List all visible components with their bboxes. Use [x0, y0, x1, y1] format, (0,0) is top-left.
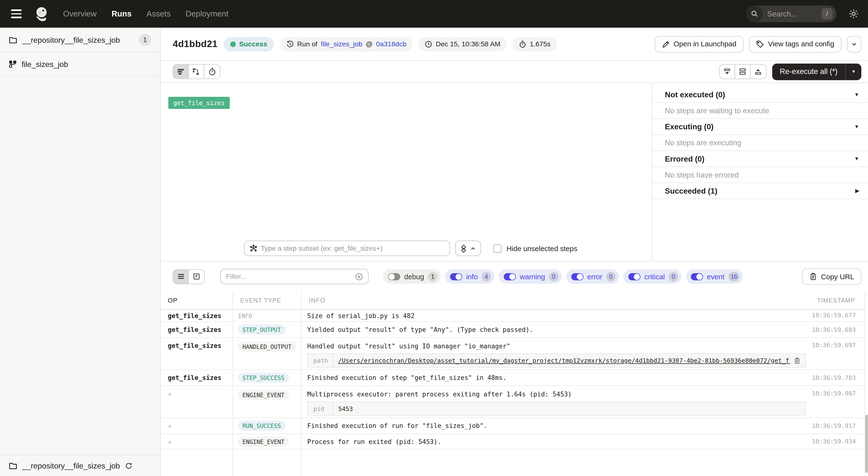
- log-message: Yielded output "result" of type "Any". (…: [307, 326, 533, 334]
- nav-item-overview[interactable]: Overview: [63, 9, 97, 18]
- log-timestamp: 10:36:59.934: [813, 434, 865, 449]
- log-message: Handled output "result" using IO manager…: [307, 342, 510, 350]
- commit-link[interactable]: 0a318dcb: [376, 40, 406, 48]
- panel-split-icon: [738, 67, 747, 76]
- log-filter-field: [220, 269, 369, 284]
- nav-item-assets[interactable]: Assets: [147, 9, 170, 18]
- collapse-bottom-panel-button[interactable]: [719, 65, 735, 79]
- sidebar-item-job[interactable]: file_sizes_job: [0, 53, 160, 76]
- hide-unselected-checkbox[interactable]: [493, 244, 501, 252]
- log-row[interactable]: - RUN_SUCCESS Finished execution of run …: [160, 418, 865, 434]
- nav-item-deployment[interactable]: Deployment: [186, 9, 228, 18]
- timer-icon: [208, 67, 216, 76]
- log-list-view-button[interactable]: [173, 270, 189, 283]
- gantt-flat-icon: [177, 67, 185, 76]
- toggle-switch: [388, 273, 400, 280]
- gantt-canvas[interactable]: get_file_sizes: [160, 83, 652, 236]
- gear-icon[interactable]: [848, 8, 859, 20]
- level-toggle-info[interactable]: info 4: [445, 269, 494, 283]
- log-row[interactable]: get_file_sizes INFO Size of serial_job.p…: [160, 310, 865, 322]
- job-link[interactable]: file_sizes_job: [321, 40, 362, 48]
- output-path-link[interactable]: /Users/erincochran/Desktop/asset_tutoria…: [338, 357, 790, 364]
- log-message: Size of serial_job.py is 482: [307, 311, 414, 319]
- run-toolbar: Re-execute all (*) ▼: [160, 61, 868, 83]
- level-toggle-critical[interactable]: critical 0: [623, 269, 681, 283]
- log-meta-pid: pid 5453: [307, 402, 806, 416]
- split-panels-button[interactable]: [735, 65, 750, 79]
- search-input[interactable]: [767, 10, 816, 18]
- log-meta-path: path /Users/erincochran/Desktop/asset_tu…: [307, 353, 806, 368]
- timing-view-button[interactable]: [204, 65, 220, 79]
- log-message: Process for run exited (pid: 5453).: [307, 438, 441, 445]
- gantt-view-segmented: [173, 64, 220, 79]
- log-row[interactable]: get_file_sizes STEP_SUCCESS Finished exe…: [160, 370, 865, 386]
- folder-icon: [9, 462, 17, 470]
- section-not-executed-body: No steps are waiting to execute: [652, 103, 868, 119]
- copy-url-button[interactable]: Copy URL: [802, 268, 862, 284]
- section-errored[interactable]: Errored (0) ▼: [652, 151, 868, 167]
- reexecute-options-button[interactable]: ▼: [846, 69, 862, 74]
- op-selector-button[interactable]: [455, 240, 481, 256]
- log-table-empty-space: [160, 449, 865, 476]
- log-scrollbar-track[interactable]: [865, 292, 868, 476]
- left-sidebar: __repository__file_sizes_job 1 file_size…: [0, 28, 160, 476]
- level-toggle-warning[interactable]: warning 0: [499, 269, 562, 283]
- panel-top-icon: [754, 67, 762, 76]
- log-row[interactable]: - ENGINE_EVENT Multiprocess executor: pa…: [160, 386, 865, 418]
- expand-top-panel-button[interactable]: [750, 65, 766, 79]
- level-toggle-event[interactable]: event 16: [686, 269, 743, 283]
- log-row[interactable]: get_file_sizes STEP_OUTPUT Yielded outpu…: [160, 322, 865, 338]
- view-tags-config-button[interactable]: View tags and config: [749, 36, 841, 52]
- step-subset-input[interactable]: [261, 244, 445, 252]
- panel-bottom-icon: [723, 67, 731, 76]
- level-count-badge: 4: [482, 272, 491, 281]
- log-row[interactable]: get_file_sizes HANDLED_OUTPUT Handled ou…: [160, 338, 865, 370]
- layers-icon: [460, 244, 467, 252]
- run-toolbar-right: Re-execute all (*) ▼: [719, 63, 861, 80]
- level-count-badge: 0: [669, 272, 678, 281]
- panel-layout-segmented: [719, 64, 767, 79]
- reexecute-all-button[interactable]: Re-execute all (*): [772, 67, 845, 76]
- caret-down-icon: ▼: [851, 69, 856, 74]
- tag-icon: [756, 40, 764, 48]
- log-row[interactable]: - ENGINE_EVENT Process for run exited (p…: [160, 434, 865, 449]
- level-count-badge: 16: [728, 272, 740, 281]
- section-not-executed[interactable]: Not executed (0) ▼: [652, 87, 868, 103]
- sidebar-footer-label: __repository__file_sizes_job: [22, 461, 120, 470]
- open-in-launchpad-button[interactable]: Open in Launchpad: [655, 36, 744, 52]
- log-scrollbar-thumb[interactable]: [865, 415, 868, 473]
- header-more-button[interactable]: [847, 36, 861, 52]
- gantt-waterfall-view-button[interactable]: [189, 65, 204, 79]
- clear-filter-icon[interactable]: [355, 272, 363, 281]
- log-toolbar: debug 1 info 4 warning 0: [160, 262, 868, 292]
- dagster-logo[interactable]: [33, 5, 51, 23]
- section-errored-body: No steps have errored: [652, 167, 868, 183]
- gantt-flat-view-button[interactable]: [173, 65, 189, 79]
- top-nav: Overview Runs Assets Deployment /: [0, 0, 868, 28]
- toggle-switch: [691, 273, 703, 280]
- log-timestamp: 10:36:59.677: [813, 310, 865, 321]
- search-icon: [746, 6, 763, 22]
- copy-path-icon[interactable]: [794, 357, 801, 364]
- global-search[interactable]: /: [746, 6, 836, 22]
- sidebar-footer-repository[interactable]: __repository__file_sizes_job: [0, 455, 160, 476]
- log-structured-view-button[interactable]: [189, 270, 204, 283]
- log-table: OP EVENT TYPE INFO TIMESTAMP get_file_si…: [160, 292, 868, 476]
- log-section: debug 1 info 4 warning 0: [160, 262, 868, 476]
- section-executing[interactable]: Executing (0) ▼: [652, 119, 868, 135]
- hamburger-menu-icon[interactable]: [9, 7, 24, 21]
- gantt-step-bar[interactable]: get_file_sizes: [168, 97, 229, 109]
- level-toggle-error[interactable]: error 0: [566, 269, 619, 283]
- sidebar-job-label: file_sizes_job: [22, 60, 68, 68]
- run-timestamp-pill: Dec 15, 10:36:58 AM: [419, 37, 507, 51]
- level-toggle-debug[interactable]: debug 1: [383, 269, 440, 283]
- refresh-icon[interactable]: [125, 462, 132, 469]
- toggle-switch: [628, 273, 641, 280]
- hide-unselected-label: Hide unselected steps: [507, 244, 578, 252]
- log-filter-input[interactable]: [226, 273, 355, 280]
- sidebar-item-repository[interactable]: __repository__file_sizes_job 1: [0, 28, 160, 53]
- nav-item-runs[interactable]: Runs: [112, 9, 132, 18]
- column-header-op: OP: [160, 292, 233, 309]
- graph-asterisk-icon: [250, 244, 257, 252]
- section-succeeded[interactable]: Succeeded (1) ▶: [652, 183, 868, 199]
